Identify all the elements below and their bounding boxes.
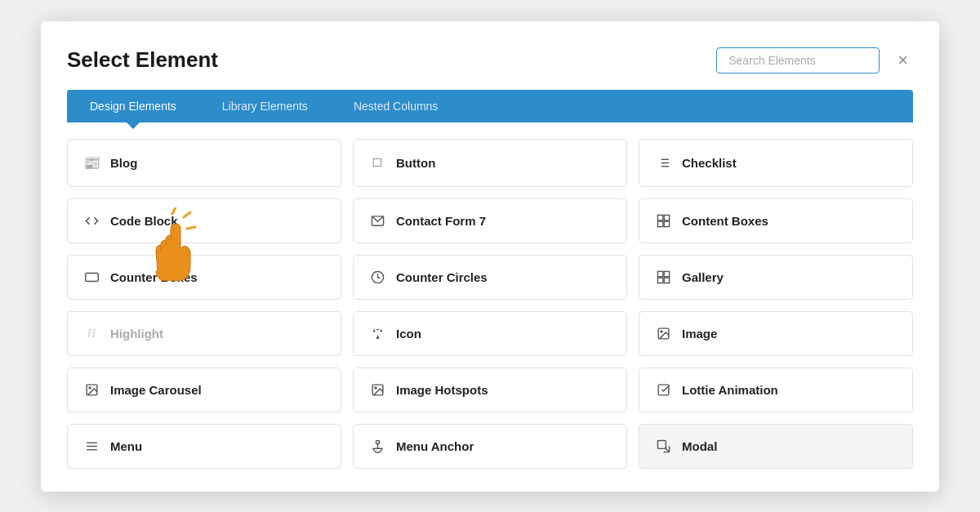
element-card-blog[interactable]: 📰Blog xyxy=(67,139,341,187)
svg-line-6 xyxy=(172,207,176,214)
svg-rect-20 xyxy=(664,271,669,276)
checklist-icon xyxy=(654,156,672,170)
element-card-highlight[interactable]: HHighlight xyxy=(67,311,341,356)
element-label-image-carousel: Image Carousel xyxy=(110,383,202,397)
element-label-highlight: Highlight xyxy=(110,327,163,341)
element-card-icon[interactable]: Icon xyxy=(353,311,627,356)
svg-rect-14 xyxy=(664,215,669,220)
tab-library-elements[interactable]: Library Elements xyxy=(199,90,331,122)
svg-rect-15 xyxy=(657,221,662,226)
element-card-modal[interactable]: Modal xyxy=(639,424,913,469)
svg-rect-19 xyxy=(657,271,662,276)
menu-icon xyxy=(82,439,100,453)
tabs-bar: Design Elements Library Elements Nested … xyxy=(67,90,913,122)
element-label-gallery: Gallery xyxy=(682,270,724,284)
element-card-image[interactable]: Image xyxy=(639,311,913,356)
modal-icon xyxy=(654,439,672,453)
select-element-modal: Select Element × Design Elements Library… xyxy=(41,21,939,492)
element-label-icon: Icon xyxy=(396,327,421,341)
element-card-checklist[interactable]: Checklist xyxy=(639,139,913,187)
element-card-counter-boxes[interactable]: Counter Boxes xyxy=(67,255,341,300)
element-card-counter-circles[interactable]: Counter Circles xyxy=(353,255,627,300)
element-label-menu-anchor: Menu Anchor xyxy=(396,439,474,453)
highlight-icon: H xyxy=(82,327,100,341)
modal-title: Select Element xyxy=(67,47,218,73)
image-icon xyxy=(654,327,672,341)
svg-line-8 xyxy=(187,227,195,229)
counter-circles-icon xyxy=(368,270,386,284)
svg-point-27 xyxy=(88,386,90,388)
element-label-image-hotspots: Image Hotspots xyxy=(396,383,488,397)
element-label-code-block: Code Block xyxy=(110,214,178,228)
element-label-modal: Modal xyxy=(682,439,717,453)
svg-rect-21 xyxy=(657,278,662,283)
element-label-image: Image xyxy=(682,327,717,341)
element-label-counter-boxes: Counter Boxes xyxy=(110,270,198,284)
svg-point-25 xyxy=(660,330,662,332)
element-card-content-boxes[interactable]: Content Boxes xyxy=(639,198,913,243)
counter-boxes-icon xyxy=(82,270,100,284)
element-card-menu-anchor[interactable]: Menu Anchor xyxy=(353,424,627,469)
element-card-menu[interactable]: Menu xyxy=(67,424,341,469)
tab-nested-columns[interactable]: Nested Columns xyxy=(331,90,461,122)
svg-rect-37 xyxy=(657,440,666,448)
svg-rect-17 xyxy=(85,273,98,281)
content-boxes-icon xyxy=(654,214,672,228)
svg-line-7 xyxy=(184,212,190,217)
svg-point-34 xyxy=(376,440,379,443)
lottie-icon xyxy=(654,383,672,397)
element-card-lottie-animation[interactable]: Lottie Animation xyxy=(639,367,913,412)
button-icon: □ xyxy=(368,154,386,171)
element-label-contact-form-7: Contact Form 7 xyxy=(396,214,486,228)
element-card-contact-form-7[interactable]: Contact Form 7 xyxy=(353,198,627,243)
element-label-counter-circles: Counter Circles xyxy=(396,270,488,284)
element-label-content-boxes: Content Boxes xyxy=(682,214,768,228)
element-card-image-hotspots[interactable]: Image Hotspots xyxy=(353,367,627,412)
gallery-icon xyxy=(654,270,672,284)
element-card-image-carousel[interactable]: Image Carousel xyxy=(67,367,341,412)
icon-icon xyxy=(368,327,386,341)
svg-rect-22 xyxy=(664,278,669,283)
close-button[interactable]: × xyxy=(893,50,913,71)
element-label-menu: Menu xyxy=(110,439,142,453)
svg-rect-13 xyxy=(657,215,662,220)
blog-icon: 📰 xyxy=(82,154,100,171)
image-hotspots-icon xyxy=(368,383,386,397)
element-label-lottie-animation: Lottie Animation xyxy=(682,383,778,397)
svg-rect-16 xyxy=(664,221,669,226)
element-card-code-block[interactable]: Code Block xyxy=(67,198,341,243)
tab-design-elements[interactable]: Design Elements xyxy=(67,90,199,122)
svg-rect-30 xyxy=(658,385,669,395)
element-label-checklist: Checklist xyxy=(682,156,737,170)
svg-rect-23 xyxy=(376,328,379,329)
element-card-gallery[interactable]: Gallery xyxy=(639,255,913,300)
code-block-icon xyxy=(82,214,100,228)
element-card-button[interactable]: □Button xyxy=(353,139,627,187)
contact-form-icon xyxy=(368,214,386,228)
menu-anchor-icon xyxy=(368,439,386,453)
element-label-button: Button xyxy=(396,156,435,170)
image-carousel-icon xyxy=(82,383,100,397)
search-input[interactable] xyxy=(716,47,880,73)
elements-grid: 📰Blog□ButtonChecklistCode Block Contact … xyxy=(67,122,913,472)
svg-point-29 xyxy=(374,386,376,388)
header-right: × xyxy=(716,47,913,73)
modal-header: Select Element × xyxy=(67,47,913,73)
element-label-blog: Blog xyxy=(110,156,137,170)
